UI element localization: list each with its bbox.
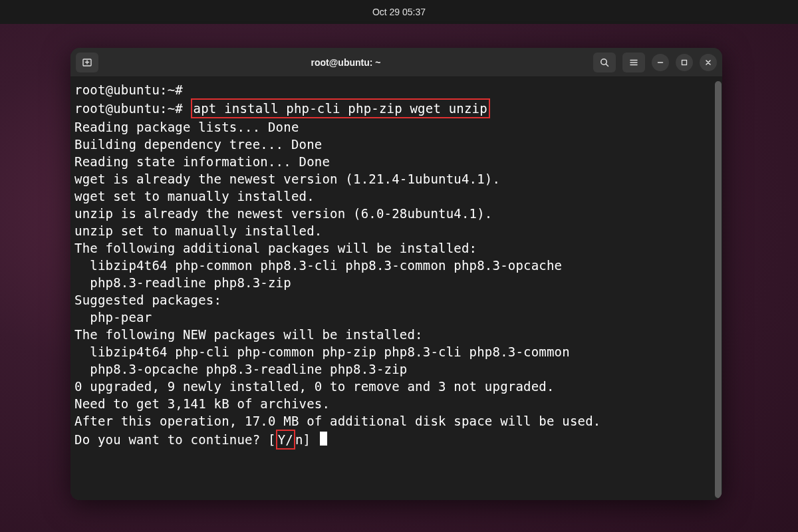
prompt-line-1: root@ubuntu:~# xyxy=(74,82,183,97)
output-line: Building dependency tree... Done xyxy=(74,137,322,152)
new-tab-icon xyxy=(82,57,92,68)
hamburger-icon xyxy=(628,57,639,68)
menu-button[interactable] xyxy=(622,53,645,72)
output-line: unzip set to manually installed. xyxy=(74,223,322,238)
output-line: Reading package lists... Done xyxy=(74,120,299,134)
output-line: After this operation, 17.0 MB of additio… xyxy=(74,414,600,428)
prompt-line-2: root@ubuntu:~# xyxy=(74,101,183,116)
output-line: Suggested packages: xyxy=(74,293,221,307)
output-line: Reading state information... Done xyxy=(74,154,330,169)
close-button[interactable] xyxy=(700,54,717,71)
scrollbar-thumb[interactable] xyxy=(715,81,722,498)
highlighted-command: apt install php-cli php-zip wget unzip xyxy=(191,98,490,118)
search-icon xyxy=(599,57,610,68)
output-line: wget set to manually installed. xyxy=(74,189,315,203)
output-line: The following NEW packages will be insta… xyxy=(74,327,423,342)
close-icon xyxy=(705,59,712,66)
output-line: wget is already the newest version (1.21… xyxy=(74,172,500,186)
minimize-icon xyxy=(657,59,664,66)
maximize-button[interactable] xyxy=(676,54,693,71)
terminal-window: root@ubuntu: ~ root@ubuntu:~# root@ubunt… xyxy=(70,48,722,500)
output-line: php8.3-opcache php8.3-readline php8.3-zi… xyxy=(74,362,407,376)
output-line: libzip4t64 php-cli php-common php-zip ph… xyxy=(74,344,570,359)
maximize-icon xyxy=(681,59,688,66)
highlighted-y: Y/ xyxy=(276,430,295,450)
new-tab-button[interactable] xyxy=(76,53,98,72)
output-line: The following additional packages will b… xyxy=(74,241,477,255)
output-line: 0 upgraded, 9 newly installed, 0 to remo… xyxy=(74,379,555,394)
output-line: Need to get 3,141 kB of archives. xyxy=(74,396,330,411)
output-line: php-pear xyxy=(74,310,152,325)
minimize-button[interactable] xyxy=(652,54,669,71)
svg-rect-2 xyxy=(682,60,687,65)
gnome-topbar: Oct 29 05:37 xyxy=(0,0,798,24)
titlebar: root@ubuntu: ~ xyxy=(70,48,722,77)
output-line: unzip is already the newest version (6.0… xyxy=(74,206,493,221)
terminal-body[interactable]: root@ubuntu:~# root@ubuntu:~# apt instal… xyxy=(70,77,722,500)
window-title: root@ubuntu: ~ xyxy=(98,57,593,68)
output-line: php8.3-readline php8.3-zip xyxy=(74,275,291,290)
output-line: libzip4t64 php-common php8.3-cli php8.3-… xyxy=(74,258,562,273)
continue-prompt-pre: Do you want to continue? [ xyxy=(74,432,276,447)
search-button[interactable] xyxy=(593,53,616,72)
terminal-content: root@ubuntu:~# root@ubuntu:~# apt instal… xyxy=(72,81,722,450)
continue-prompt-post: n] xyxy=(295,432,319,447)
text-cursor xyxy=(320,432,327,446)
clock: Oct 29 05:37 xyxy=(372,7,426,17)
